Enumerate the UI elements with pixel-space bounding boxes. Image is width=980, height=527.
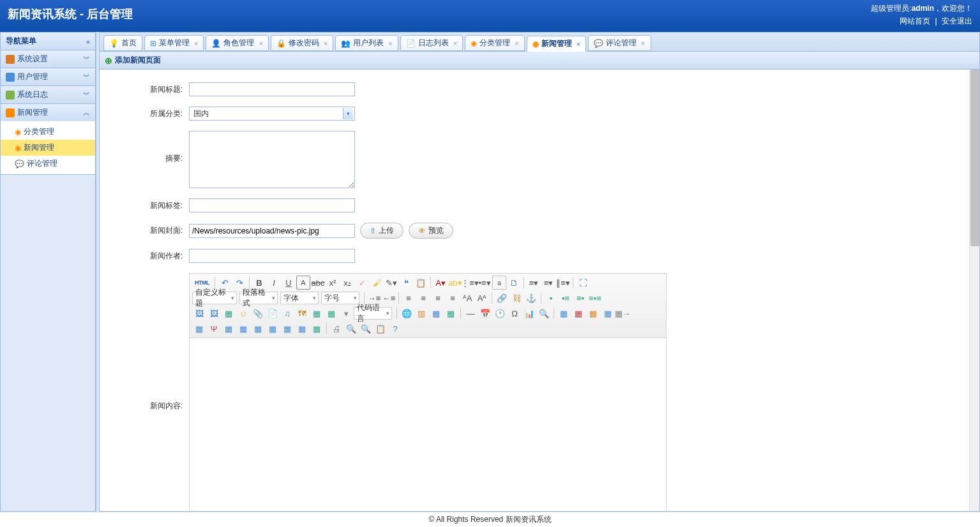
print-icon[interactable]: 🖨	[329, 322, 343, 336]
gmap-icon[interactable]: ▦	[310, 306, 324, 320]
subscript-icon[interactable]: x₂	[340, 276, 354, 290]
sidebar-item-新闻管理[interactable]: ◉新闻管理	[1, 140, 95, 156]
editor-font-select[interactable]: 字体	[280, 292, 319, 304]
deletecol-icon[interactable]: ▦	[310, 322, 324, 336]
insertrow-icon[interactable]: ▦	[280, 322, 294, 336]
cleardoc-icon[interactable]: 🗋	[507, 276, 521, 290]
charts-icon[interactable]: ▦	[266, 322, 280, 336]
template-icon[interactable]: ▦	[444, 306, 458, 320]
edittd-icon[interactable]: ▦	[601, 306, 615, 320]
scrollbar-thumb[interactable]	[970, 70, 979, 246]
blockquote-icon[interactable]: ❝	[399, 276, 413, 290]
tab-close-icon[interactable]: ×	[259, 40, 262, 47]
fontborder-icon[interactable]: A	[296, 276, 310, 290]
outdent-icon[interactable]: ←≡	[382, 291, 396, 305]
tolowercase-icon[interactable]: Aᴬ	[475, 291, 489, 305]
removeformat-icon[interactable]: ✓	[355, 276, 369, 290]
help-icon[interactable]: ?	[388, 322, 402, 336]
superscript-icon[interactable]: x²	[326, 276, 340, 290]
forecolor-icon[interactable]: A▾	[433, 276, 448, 290]
formatmatch-icon[interactable]: 🖌	[370, 276, 384, 290]
editor-paragraph-select[interactable]: 段落格式	[239, 292, 278, 304]
tab-用户列表[interactable]: 👥用户列表×	[335, 35, 398, 51]
tab-日志列表[interactable]: 📄日志列表×	[400, 35, 463, 51]
mergeright-icon[interactable]: Ψ	[207, 322, 221, 336]
editor-heading-select[interactable]: 自定义标题	[192, 292, 237, 304]
italic-icon[interactable]: I	[267, 276, 281, 290]
tab-评论管理[interactable]: 💬评论管理×	[588, 35, 651, 51]
deletetable-icon[interactable]: ▦	[571, 306, 585, 320]
inserttable-icon[interactable]: ▦	[557, 306, 571, 320]
tab-close-icon[interactable]: ×	[641, 40, 645, 47]
tableprops-icon[interactable]: ▦	[586, 306, 600, 320]
tab-分类管理[interactable]: ◉分类管理×	[465, 35, 524, 51]
editor-body[interactable]	[190, 338, 666, 511]
rowspacingtop-icon[interactable]: ≡▾	[527, 276, 541, 290]
imagecenter-icon[interactable]: ≡▪≡	[588, 291, 602, 305]
imageright-icon[interactable]: ≡▪	[573, 291, 587, 305]
insertcode-icon[interactable]: ▾	[339, 306, 353, 320]
snapscreen-icon[interactable]: ▥	[414, 306, 428, 320]
map-icon[interactable]: 🗺	[295, 306, 309, 320]
insertframe-icon[interactable]: ▦	[324, 306, 338, 320]
attachment-icon[interactable]: 📄	[266, 306, 280, 320]
tab-close-icon[interactable]: ×	[577, 40, 580, 48]
upload-button[interactable]: ⇧ 上传	[360, 223, 403, 239]
insertcol-icon[interactable]: ▦	[295, 322, 309, 336]
input-cover[interactable]	[189, 224, 355, 238]
tab-close-icon[interactable]: ×	[194, 40, 198, 47]
fullscreen-icon[interactable]: ⛶	[576, 276, 590, 290]
spechars-icon[interactable]: Ω	[508, 306, 522, 320]
splittocells-icon[interactable]: ▦	[222, 322, 236, 336]
splittocols-icon[interactable]: ▦	[251, 322, 265, 336]
justifycenter-icon[interactable]: ≡	[416, 291, 430, 305]
input-author[interactable]	[189, 249, 355, 263]
tab-新闻管理[interactable]: ◉新闻管理×	[527, 36, 586, 52]
link-icon[interactable]: 🔗	[495, 291, 509, 305]
imageleft-icon[interactable]: ▪≡	[559, 291, 573, 305]
tab-首页[interactable]: 💡首页	[103, 35, 142, 51]
unlink-icon[interactable]: ⛓	[509, 291, 524, 305]
tab-菜单管理[interactable]: ⊞菜单管理×	[144, 35, 204, 51]
preview-button[interactable]: 👁 预览	[409, 223, 453, 239]
tab-修改密码[interactable]: 🔒修改密码×	[271, 35, 333, 51]
sidebar-group-系统设置[interactable]: 系统设置︾	[1, 50, 95, 68]
tab-close-icon[interactable]: ×	[453, 40, 457, 47]
justifyleft-icon[interactable]: ≡	[402, 291, 416, 305]
pasteplain-icon[interactable]: 📋	[414, 276, 428, 290]
sidebar-group-用户管理[interactable]: 用户管理︾	[1, 68, 95, 85]
editor-size-select[interactable]: 字号	[321, 292, 359, 304]
vertical-scrollbar[interactable]	[969, 70, 979, 511]
insertorderedlist-icon[interactable]: ⋮≡▾	[463, 276, 477, 290]
rowspacingbottom-icon[interactable]: ≡▾	[541, 276, 555, 290]
touppercase-icon[interactable]: ᴬA	[460, 291, 474, 305]
strikethrough-icon[interactable]: abc	[311, 276, 325, 290]
date-icon[interactable]: 📅	[478, 306, 492, 320]
tab-close-icon[interactable]: ×	[324, 40, 328, 47]
tab-角色管理[interactable]: 👤角色管理×	[206, 35, 268, 51]
chart-icon[interactable]: 📊	[522, 306, 536, 320]
mergecells-icon[interactable]: ▦	[192, 322, 206, 336]
imagenone-icon[interactable]: ▪	[544, 291, 558, 305]
edittr-icon[interactable]: ▦→	[615, 306, 629, 320]
insertunorderedlist-icon[interactable]: •≡▾	[478, 276, 492, 290]
preview-icon[interactable]: 🔍	[344, 322, 358, 336]
textarea-summary[interactable]	[189, 131, 355, 188]
time-icon[interactable]: 🕐	[493, 306, 507, 320]
link-logout[interactable]: 安全退出	[942, 17, 972, 26]
horizontal-icon[interactable]: —	[464, 306, 478, 320]
anchor-icon[interactable]: ⚓	[524, 291, 538, 305]
input-tags[interactable]	[189, 198, 355, 212]
tab-close-icon[interactable]: ×	[388, 40, 392, 47]
autotypeset-icon[interactable]: ✎▾	[384, 276, 398, 290]
splittorows-icon[interactable]: ▦	[236, 322, 250, 336]
sidebar-group-新闻管理[interactable]: 新闻管理︽	[1, 104, 95, 121]
sidebar-group-系统日志[interactable]: 系统日志︾	[1, 86, 95, 103]
sidebar-collapse-icon[interactable]: «	[86, 38, 90, 45]
justifyright-icon[interactable]: ≡	[431, 291, 445, 305]
justifyjustify-icon[interactable]: ≡	[446, 291, 460, 305]
editor-code-select[interactable]: 代码语言	[354, 307, 392, 320]
music-icon[interactable]: ♫	[280, 306, 294, 320]
background-icon[interactable]: ▦	[429, 306, 443, 320]
link-site-home[interactable]: 网站首页	[900, 17, 930, 26]
